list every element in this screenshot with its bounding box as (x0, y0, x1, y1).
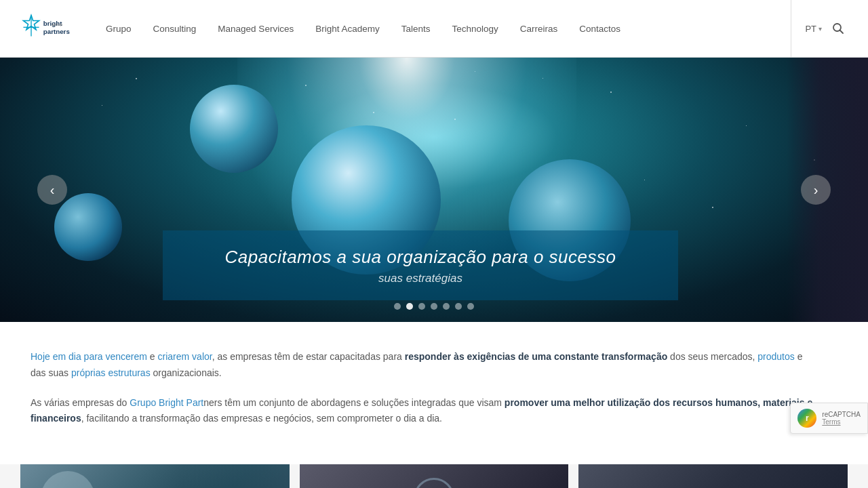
recaptcha-widget: r reCAPTCHA Terms (790, 403, 868, 434)
slide-dot-5[interactable] (443, 303, 450, 310)
slide-dot-7[interactable] (467, 303, 474, 310)
main-nav: Grupo Consulting Managed Services Bright… (95, 0, 791, 58)
chevron-left-icon: ‹ (50, 182, 55, 198)
planet-left (54, 193, 122, 261)
p1-text-mid: e (147, 351, 158, 362)
nav-consulting[interactable]: Consulting (142, 0, 208, 58)
image-card-1[interactable] (20, 464, 290, 488)
slider-dots (394, 303, 474, 310)
recaptcha-label: reCAPTCHA Terms (822, 411, 861, 426)
header-right: PT ▾ (791, 0, 848, 58)
hero-title: Capacitamos a sua organização para o suc… (183, 245, 658, 269)
svg-line-7 (840, 30, 844, 34)
content-section: Hoje em dia para vencerem e criarem valo… (0, 322, 868, 464)
p1-proprias: próprias estruturas (71, 367, 151, 378)
p1-organ: organizacionais. (151, 367, 222, 378)
nav-technology[interactable]: Technology (441, 0, 509, 58)
site-header: bright group partners Grupo Consulting M… (0, 0, 868, 58)
slide-dot-4[interactable] (431, 303, 437, 310)
slide-dot-1[interactable] (394, 303, 401, 310)
paragraph-2: As várias empresas do Grupo Bright Partn… (31, 395, 817, 428)
svg-text:group: group (52, 21, 62, 26)
search-icon (832, 22, 844, 35)
p2-grupo: Grupo Bright Part (130, 397, 203, 408)
nav-managed-services[interactable]: Managed Services (207, 0, 304, 58)
slider-prev-button[interactable]: ‹ (37, 175, 67, 205)
logo[interactable]: bright group partners (20, 10, 75, 47)
p1-produtos: produtos (757, 351, 794, 362)
chevron-down-icon: ▾ (818, 25, 822, 33)
p1-bold-highlight: responder às exigências de uma constante… (405, 351, 667, 362)
image-row (20, 464, 848, 488)
paragraph-1: Hoje em dia para vencerem e criarem valo… (31, 349, 817, 382)
recaptcha-text: reCAPTCHA (822, 411, 861, 418)
p2-end: , facilitando a transformação das empres… (81, 413, 442, 424)
nav-grupo[interactable]: Grupo (95, 0, 142, 58)
image-card-3[interactable] (578, 464, 848, 488)
hero-slider: Capacitamos a sua organização para o suc… (0, 58, 868, 322)
nav-contactos[interactable]: Contactos (568, 0, 631, 58)
slide-dot-3[interactable] (418, 303, 425, 310)
recaptcha-logo: r (797, 409, 816, 428)
planet-small-top (190, 85, 278, 173)
hero-subtitle: suas estratégias (183, 272, 658, 285)
hero-text-overlay: Capacitamos a sua organização para o suc… (163, 230, 678, 300)
p1-text-criarem: criarem valor (158, 351, 212, 362)
p2-start: As várias empresas do (31, 397, 130, 408)
p2-ners: ners têm um conjunto de abordagens e sol… (203, 397, 505, 408)
svg-text:partners: partners (43, 28, 71, 35)
p1-end: dos seus mercados, (667, 351, 757, 362)
nav-talents[interactable]: Talents (391, 0, 441, 58)
slide-dot-6[interactable] (455, 303, 462, 310)
slide-dot-2[interactable] (406, 303, 413, 310)
language-selector[interactable]: PT ▾ (805, 24, 822, 34)
recaptcha-terms-link[interactable]: Terms (822, 418, 861, 426)
image-card-2[interactable] (300, 464, 569, 488)
nav-carreiras[interactable]: Carreiras (509, 0, 569, 58)
language-label: PT (805, 24, 816, 34)
chevron-right-icon: › (814, 182, 818, 198)
slider-next-button[interactable]: › (801, 175, 831, 205)
p1-text-start: Hoje em dia para vencerem (31, 351, 147, 362)
p1-text-rest: , as empresas têm de estar capacitadas p… (212, 351, 405, 362)
nav-bright-academy[interactable]: Bright Academy (304, 0, 391, 58)
search-button[interactable] (829, 19, 848, 38)
